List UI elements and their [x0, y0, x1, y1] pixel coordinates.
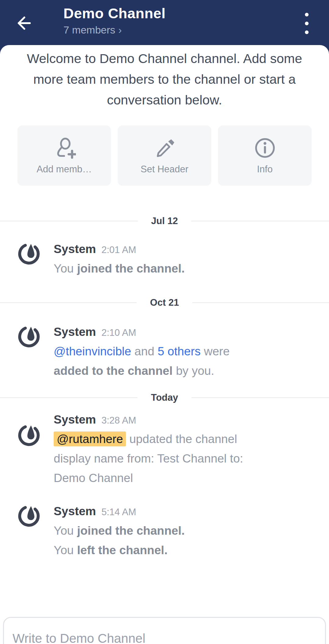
back-arrow-icon [14, 14, 33, 34]
date-divider: Jul 12 [0, 216, 329, 227]
message-author: System [54, 325, 96, 339]
mattermost-logo-icon[interactable] [18, 505, 40, 527]
message-author: System [54, 242, 96, 256]
channel-actions: Add memb… Set Header Info [17, 125, 312, 186]
set-header-button[interactable]: Set Header [118, 125, 211, 186]
date-divider: Oct 21 [0, 297, 329, 308]
message-timestamp: 3:28 AM [102, 415, 136, 426]
add-member-icon [53, 136, 76, 160]
back-button[interactable] [11, 12, 35, 36]
user-mention-link[interactable]: @theinvincible [54, 345, 131, 358]
date-divider: Today [0, 392, 329, 403]
mattermost-logo-icon[interactable] [18, 242, 40, 265]
more-options-button[interactable] [299, 13, 314, 34]
message-text: @theinvincible and 5 others were added t… [54, 342, 264, 381]
system-message: System 5:14 AM You joined the channel. Y… [0, 505, 329, 560]
message-author: System [54, 413, 96, 426]
message-author: System [54, 505, 96, 518]
message-text: @rutamhere updated the channel display n… [54, 429, 264, 488]
member-count: 7 members [63, 24, 115, 36]
info-button[interactable]: Info [218, 125, 312, 186]
others-link[interactable]: 5 others [158, 345, 201, 358]
chevron-right-icon: › [118, 24, 122, 36]
message-text: You left the channel. [54, 540, 185, 560]
system-message: System 3:28 AM @rutamhere updated the ch… [0, 413, 329, 488]
message-text: You joined the channel. [54, 521, 185, 540]
date-divider-label: Oct 21 [150, 297, 179, 308]
system-message: System 2:10 AM @theinvincible and 5 othe… [0, 325, 329, 381]
mattermost-logo-icon[interactable] [18, 325, 40, 348]
welcome-text: Welcome to Demo Channel channel. Add som… [20, 48, 309, 110]
message-timestamp: 2:10 AM [102, 327, 136, 338]
highlighted-mention[interactable]: @rutamhere [54, 431, 126, 446]
add-members-button[interactable]: Add memb… [17, 125, 111, 186]
message-timestamp: 2:01 AM [102, 245, 136, 255]
action-label: Set Header [141, 164, 188, 175]
message-text: You joined the channel. [54, 259, 185, 278]
date-divider-label: Today [151, 392, 178, 403]
message-timestamp: 5:14 AM [102, 507, 136, 518]
channel-title: Demo Channel [63, 5, 166, 22]
action-label: Info [257, 164, 273, 175]
channel-title-button[interactable]: Demo Channel 7 members › [63, 5, 166, 36]
message-composer: Write to Demo Channel [3, 617, 326, 644]
action-label: Add memb… [37, 164, 92, 175]
pencil-icon [153, 136, 176, 160]
mattermost-logo-icon[interactable] [18, 424, 40, 446]
info-icon [253, 136, 277, 160]
message-input[interactable]: Write to Demo Channel [13, 631, 316, 644]
date-divider-label: Jul 12 [151, 216, 178, 227]
channel-intro-sheet: Welcome to Demo Channel channel. Add som… [0, 45, 329, 644]
system-message: System 2:01 AM You joined the channel. [0, 242, 329, 278]
kebab-menu-icon [305, 13, 309, 16]
